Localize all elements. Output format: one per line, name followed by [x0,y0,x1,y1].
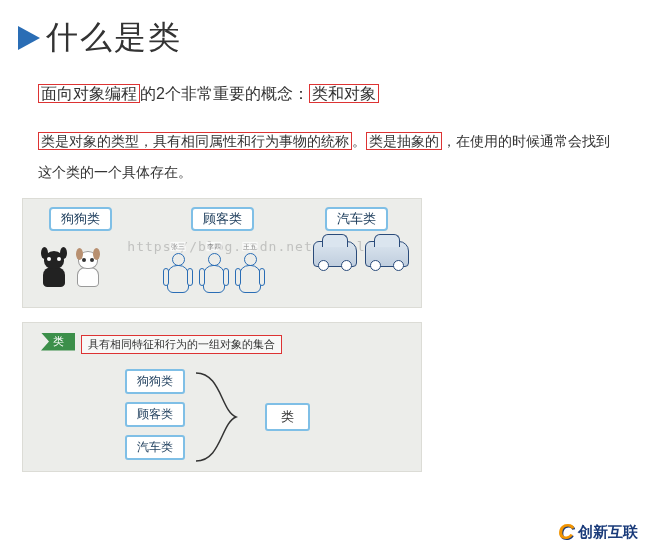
class-result-box: 类 [265,403,310,431]
dog-icon [73,241,103,287]
person-label: 王五 [242,241,257,250]
triangle-bullet-icon [18,26,40,50]
class-description-box: 具有相同特征和行为的一组对象的集合 [81,335,282,354]
text-seg: 的2个非常重要的概念： [140,85,309,102]
car-icon [365,241,409,267]
person-icon: 张三 [163,241,193,297]
curly-brace-icon [191,371,261,463]
tag-customer-class: 顾客类 [191,207,254,231]
intro-paragraph-1: 面向对象编程的2个非常重要的概念：类和对象 [0,78,648,110]
tag-car-class: 汽车类 [125,435,185,460]
car-icon [313,241,357,267]
person-icon: 李四 [199,241,229,297]
tag-customer-class: 顾客类 [125,402,185,427]
highlight-definition: 类是对象的类型，具有相同属性和行为事物的统称 [38,132,352,150]
person-label: 李四 [206,241,221,250]
tag-dog-class: 狗狗类 [125,369,185,394]
intro-paragraph-2: 类是对象的类型，具有相同属性和行为事物的统称。类是抽象的，在使用的时候通常会找到… [0,126,648,188]
dog-icon [39,241,69,287]
car-figures [313,241,409,267]
highlight-class-object: 类和对象 [309,84,379,103]
illustration-panel-class-hierarchy: 类 具有相同特征和行为的一组对象的集合 狗狗类 顾客类 汽车类 类 [22,322,422,472]
highlight-abstract: 类是抽象的 [366,132,442,150]
heading-row: 什么是类 [0,0,648,72]
person-icon: 王五 [235,241,265,297]
customer-figures: 张三 李四 王五 [163,241,265,297]
tag-dog-class: 狗狗类 [49,207,112,231]
illustration-panel-categories: 狗狗类 顾客类 汽车类 https://blog.csdn.net/loveli… [22,198,422,308]
highlight-oop: 面向对象编程 [38,84,140,103]
person-label: 张三 [170,241,185,250]
class-flag-label: 类 [41,333,75,351]
text-seg: 。 [352,133,366,149]
logo-c-icon: C [558,519,574,545]
page-title: 什么是类 [46,16,182,60]
dog-figures [39,241,103,287]
footer-logo: C 创新互联 [558,519,638,545]
category-column: 狗狗类 顾客类 汽车类 [125,369,185,460]
tag-car-class: 汽车类 [325,207,388,231]
logo-text: 创新互联 [578,523,638,542]
